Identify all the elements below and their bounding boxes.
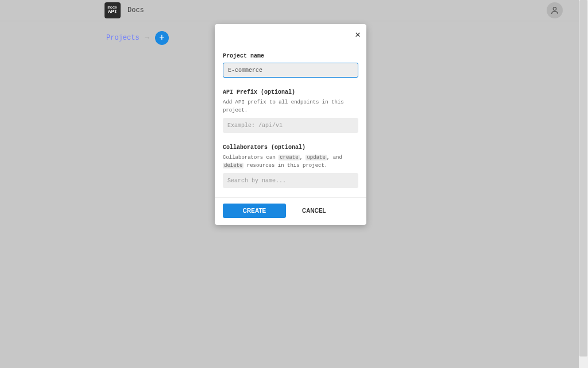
breadcrumb: Projects → + bbox=[106, 31, 169, 45]
create-button[interactable]: CREATE bbox=[223, 204, 286, 218]
scrollbar-thumb[interactable] bbox=[579, 0, 587, 356]
add-project-button[interactable]: + bbox=[155, 31, 169, 45]
modal-footer: CREATE CANCEL bbox=[215, 197, 366, 225]
kw-update: update bbox=[305, 155, 326, 160]
logo-text-bottom: API bbox=[108, 10, 117, 15]
collaborators-input[interactable] bbox=[223, 173, 358, 188]
collaborators-label: Collaborators (optional) bbox=[223, 144, 358, 151]
kw-delete: delete bbox=[223, 163, 243, 168]
user-icon bbox=[550, 6, 559, 15]
breadcrumb-projects[interactable]: Projects bbox=[106, 34, 140, 42]
close-icon: ✕ bbox=[355, 30, 361, 40]
kw-create: create bbox=[278, 155, 299, 160]
create-project-modal: ✕ Project name API Prefix (optional) Add… bbox=[215, 24, 366, 225]
header-divider bbox=[0, 21, 579, 21]
svg-point-0 bbox=[553, 7, 556, 10]
app-header: mock API Docs bbox=[0, 0, 579, 21]
api-prefix-input[interactable] bbox=[223, 118, 358, 133]
plus-icon: + bbox=[159, 33, 165, 43]
collaborators-help: Collaborators can create, update, and de… bbox=[223, 154, 358, 170]
close-button[interactable]: ✕ bbox=[355, 29, 361, 40]
api-prefix-label: API Prefix (optional) bbox=[223, 89, 358, 95]
docs-link[interactable]: Docs bbox=[127, 6, 144, 14]
chevron-right-icon: → bbox=[145, 34, 149, 42]
scrollbar[interactable] bbox=[579, 0, 588, 368]
user-avatar[interactable] bbox=[547, 2, 563, 18]
project-name-label: Project name bbox=[223, 53, 358, 59]
project-name-input[interactable] bbox=[223, 63, 358, 78]
app-logo[interactable]: mock API bbox=[105, 2, 121, 18]
cancel-button[interactable]: CANCEL bbox=[302, 208, 326, 214]
api-prefix-help: Add API prefix to all endpoints in this … bbox=[223, 99, 358, 114]
